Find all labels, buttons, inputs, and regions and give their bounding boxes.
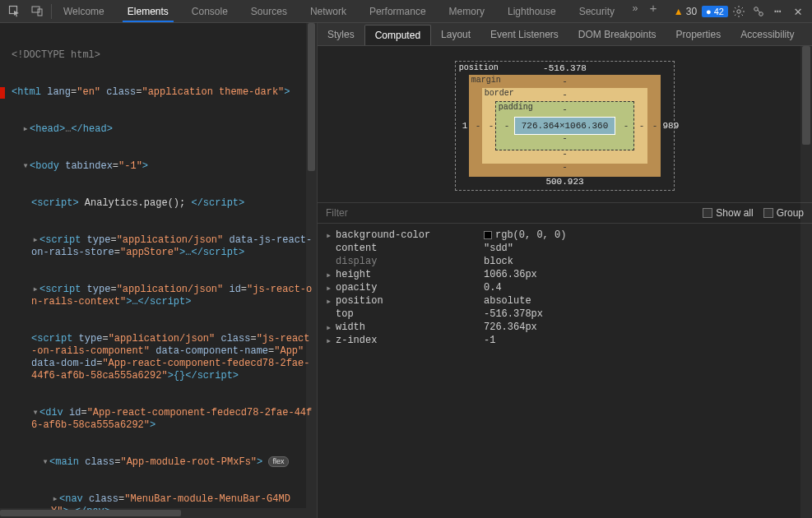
subtab-styles[interactable]: Styles bbox=[318, 23, 364, 45]
computed-prop-row[interactable]: displayblock bbox=[326, 255, 804, 268]
dom-tree-vertical-scrollbar[interactable] bbox=[306, 23, 317, 518]
customize-icon[interactable] bbox=[749, 2, 768, 21]
box-model-position-bottom[interactable]: 500.923 bbox=[545, 177, 583, 187]
color-swatch-icon[interactable] bbox=[484, 231, 492, 239]
elements-dom-tree-pane: <!DOCTYPE html> <html lang="en" class="a… bbox=[0, 23, 317, 518]
doctype-line: <!DOCTYPE html> bbox=[12, 49, 100, 61]
styles-sidebar-pane: Styles Computed Layout Event Listeners D… bbox=[317, 23, 812, 518]
computed-filter-row: Show all Group bbox=[318, 202, 812, 224]
dom-tree-horizontal-scrollbar[interactable] bbox=[0, 508, 306, 518]
computed-prop-row[interactable]: content"sdd" bbox=[326, 242, 804, 255]
box-model-content-size[interactable]: 726.364×1066.360 bbox=[514, 117, 616, 135]
svg-point-4 bbox=[754, 7, 759, 11]
sidebar-subtabs: Styles Computed Layout Event Listeners D… bbox=[318, 23, 812, 46]
tab-welcome[interactable]: Welcome bbox=[52, 0, 116, 22]
tab-elements[interactable]: Elements bbox=[116, 0, 180, 22]
main-tabs: Welcome Elements Console Sources Network… bbox=[52, 0, 670, 22]
computed-prop-row[interactable]: ▸opacity0.4 bbox=[326, 281, 804, 294]
warnings-count: 30 bbox=[686, 6, 697, 17]
issues-badge[interactable]: ●42 bbox=[702, 6, 728, 17]
subtab-properties[interactable]: Properties bbox=[666, 23, 731, 45]
flex-badge[interactable]: flex bbox=[268, 456, 288, 467]
overview-marker bbox=[0, 87, 5, 99]
add-tab-icon[interactable]: + bbox=[644, 0, 662, 18]
dom-tree[interactable]: <!DOCTYPE html> <html lang="en" class="a… bbox=[0, 23, 317, 518]
box-model-diagram: position -516.378 500.923 1.989 -1.989 m… bbox=[318, 46, 812, 202]
more-options-icon[interactable]: ⋯ bbox=[769, 2, 787, 21]
issues-count: 42 bbox=[714, 7, 724, 16]
show-all-checkbox[interactable]: Show all bbox=[703, 207, 753, 219]
svg-point-3 bbox=[737, 9, 740, 12]
computed-prop-row[interactable]: ▸z-index-1 bbox=[326, 334, 804, 347]
computed-filter-input[interactable] bbox=[326, 207, 693, 219]
overview-ruler bbox=[806, 23, 812, 518]
tab-network[interactable]: Network bbox=[299, 0, 358, 22]
computed-prop-row[interactable]: top-516.378px bbox=[326, 308, 804, 321]
subtab-layout[interactable]: Layout bbox=[431, 23, 480, 45]
computed-prop-row[interactable]: ▸width726.364px bbox=[326, 321, 804, 334]
tab-performance[interactable]: Performance bbox=[358, 0, 438, 22]
computed-prop-row[interactable]: ▸background-colorrgb(0, 0, 0) bbox=[326, 229, 804, 242]
more-tabs-icon[interactable]: » bbox=[626, 0, 644, 18]
box-model-position-top[interactable]: -516.378 bbox=[543, 63, 587, 73]
box-model-position-label: position bbox=[459, 63, 499, 72]
tab-security[interactable]: Security bbox=[568, 0, 626, 22]
close-devtools-icon[interactable]: ✕ bbox=[789, 2, 807, 21]
tab-memory[interactable]: Memory bbox=[438, 0, 496, 22]
computed-prop-row[interactable]: ▸positionabsolute bbox=[326, 294, 804, 308]
tab-lighthouse[interactable]: Lighthouse bbox=[496, 0, 568, 22]
tab-sources[interactable]: Sources bbox=[239, 0, 299, 22]
box-model-margin-label: margin bbox=[471, 76, 501, 85]
inspect-element-icon[interactable] bbox=[5, 2, 23, 21]
group-checkbox[interactable]: Group bbox=[763, 207, 804, 219]
settings-gear-icon[interactable] bbox=[730, 2, 748, 21]
computed-prop-row[interactable]: ▸height1066.36px bbox=[326, 268, 804, 281]
subtab-accessibility[interactable]: Accessibility bbox=[731, 23, 804, 45]
subtab-dom-breakpoints[interactable]: DOM Breakpoints bbox=[568, 23, 666, 45]
box-model-padding-label: padding bbox=[499, 103, 533, 112]
subtab-event-listeners[interactable]: Event Listeners bbox=[480, 23, 568, 45]
computed-properties-list: ▸background-colorrgb(0, 0, 0) content"sd… bbox=[318, 224, 812, 352]
subtab-computed[interactable]: Computed bbox=[364, 25, 431, 45]
box-model-border-label: border bbox=[485, 89, 514, 98]
tab-console[interactable]: Console bbox=[180, 0, 239, 22]
devtools-topbar: Welcome Elements Console Sources Network… bbox=[0, 0, 812, 23]
warnings-badge[interactable]: ▲30 bbox=[670, 6, 700, 17]
toggle-device-icon[interactable] bbox=[28, 2, 46, 21]
expand-arrow-icon[interactable]: ▾ bbox=[21, 160, 30, 173]
expand-arrow-icon[interactable]: ▸ bbox=[21, 123, 30, 136]
